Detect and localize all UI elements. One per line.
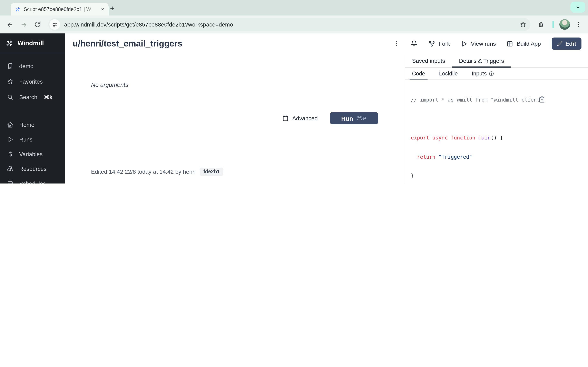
- window-controls-button[interactable]: [571, 2, 585, 13]
- sidebar-item-label: demo: [19, 63, 34, 69]
- code-comment: // import * as wmill from "windmill-clie…: [411, 97, 543, 103]
- sidebar-item-search[interactable]: Search ⌘k: [0, 89, 65, 105]
- search-icon: [7, 94, 13, 100]
- browser-chrome: Script e857be88e0fde2b1 | W × + a: [0, 0, 588, 33]
- boxes-icon: [7, 166, 13, 172]
- edit-button[interactable]: Edit: [552, 38, 581, 50]
- bookmark-star-icon[interactable]: [520, 21, 526, 28]
- chevron-down-icon: [575, 4, 580, 10]
- new-tab-button[interactable]: +: [107, 3, 118, 14]
- sidebar-brand[interactable]: Windmill: [0, 33, 65, 53]
- fork-icon: [428, 40, 435, 47]
- sidebar-item-favorites[interactable]: Favorites: [0, 74, 65, 89]
- sidebar: Windmill demo Favorites Search ⌘k: [0, 33, 65, 184]
- profile-avatar[interactable]: [559, 19, 570, 30]
- page-title: u/henri/test_email_triggers: [73, 39, 383, 49]
- build-app-button[interactable]: Build App: [507, 40, 541, 47]
- home-icon: [7, 122, 13, 128]
- view-runs-label: View runs: [471, 40, 496, 47]
- url-text[interactable]: app.windmill.dev/scripts/get/e857be88e0f…: [64, 21, 520, 28]
- brand-name: Windmill: [17, 39, 44, 47]
- details-panel: Saved inputs Details & Triggers Code Loc…: [405, 54, 588, 184]
- fork-label: Fork: [439, 40, 450, 47]
- tab-lockfile[interactable]: Lockfile: [438, 68, 459, 79]
- play-icon: [7, 136, 13, 143]
- site-info-icon[interactable]: [49, 19, 60, 30]
- advanced-button[interactable]: Advanced: [282, 115, 318, 122]
- run-button[interactable]: Run ⌘↵: [330, 112, 378, 124]
- code-viewer[interactable]: // import * as wmill from "windmill-clie…: [405, 80, 588, 184]
- sidebar-item-label: Home: [19, 122, 35, 128]
- browser-menu-icon[interactable]: [572, 19, 584, 30]
- sidebar-item-resources[interactable]: Resources: [0, 161, 65, 176]
- tab-close-icon[interactable]: ×: [100, 6, 105, 12]
- bell-icon: [410, 40, 418, 47]
- tab-saved-inputs[interactable]: Saved inputs: [405, 54, 452, 67]
- browser-tab-strip: Script e857be88e0fde2b1 | W × +: [0, 0, 588, 16]
- app-grid-icon: [507, 40, 513, 47]
- sidebar-item-label: Favorites: [19, 78, 43, 85]
- run-shortcut: ⌘↵: [357, 115, 367, 122]
- copy-code-button[interactable]: [538, 83, 581, 115]
- run-label: Run: [341, 115, 353, 122]
- pencil-icon: [557, 41, 562, 47]
- tab-code[interactable]: Code: [411, 68, 426, 79]
- edited-text: Edited 14:42 22/8 today at 14:42 by henr…: [91, 168, 196, 175]
- page-header: u/henri/test_email_triggers Fork View ru…: [65, 33, 588, 54]
- build-app-label: Build App: [517, 40, 541, 47]
- back-button[interactable]: [4, 19, 16, 30]
- notifications-button[interactable]: [410, 40, 418, 47]
- windmill-favicon: [15, 6, 20, 12]
- version-badge[interactable]: fde2b1: [200, 167, 224, 176]
- sidebar-item-label: Runs: [19, 136, 33, 143]
- toolbar-separator: [553, 21, 554, 28]
- advanced-label: Advanced: [292, 115, 318, 122]
- sidebar-item-home[interactable]: Home: [0, 117, 65, 132]
- fork-button[interactable]: Fork: [428, 40, 450, 47]
- sidebar-item-runs[interactable]: Runs: [0, 132, 65, 147]
- info-circle-icon: [489, 71, 494, 76]
- windmill-script-page: Script e857be88e0fde2b1 | W × + a: [0, 0, 588, 184]
- forward-button[interactable]: [18, 19, 29, 30]
- tab-title: Script e857be88e0fde2b1 | W: [24, 6, 96, 12]
- tab-details-triggers[interactable]: Details & Triggers: [452, 54, 511, 67]
- address-bar[interactable]: app.windmill.dev/scripts/get/e857be88e0f…: [48, 18, 530, 31]
- sidebar-item-label: Search: [19, 94, 37, 100]
- play-outline-icon: [461, 40, 467, 47]
- view-runs-button[interactable]: View runs: [461, 40, 496, 47]
- details-tabbar: Saved inputs Details & Triggers: [405, 54, 588, 68]
- extensions-icon[interactable]: [535, 19, 547, 30]
- building-icon: [7, 63, 13, 69]
- script-menu-button[interactable]: [393, 40, 400, 47]
- clipboard-copy-icon: [538, 96, 545, 103]
- star-icon: [7, 78, 13, 85]
- calendar-icon: [282, 115, 288, 122]
- windmill-logo-icon: [5, 39, 13, 47]
- sidebar-item-workspace-demo[interactable]: demo: [0, 58, 65, 74]
- sidebar-item-label: Resources: [19, 166, 47, 172]
- sidebar-item-label: Variables: [19, 151, 43, 157]
- calendar-icon: [7, 180, 13, 184]
- sidebar-item-variables[interactable]: Variables: [0, 147, 65, 161]
- no-arguments-text: No arguments: [91, 82, 128, 88]
- browser-toolbar: app.windmill.dev/scripts/get/e857be88e0f…: [0, 16, 588, 33]
- tab-inputs[interactable]: Inputs: [471, 68, 495, 79]
- edit-label: Edit: [565, 40, 576, 47]
- reload-button[interactable]: [32, 19, 43, 30]
- run-preview-pane: No arguments Advanced Run ⌘↵ Edited 14:4…: [65, 54, 405, 184]
- sidebar-item-label: Schedules: [19, 180, 46, 184]
- browser-tab[interactable]: Script e857be88e0fde2b1 | W ×: [11, 3, 109, 16]
- search-shortcut: ⌘k: [44, 94, 52, 100]
- sidebar-item-schedules[interactable]: Schedules: [0, 176, 65, 184]
- code-tabbar: Code Lockfile Inputs: [405, 68, 588, 80]
- dollar-icon: [7, 151, 13, 157]
